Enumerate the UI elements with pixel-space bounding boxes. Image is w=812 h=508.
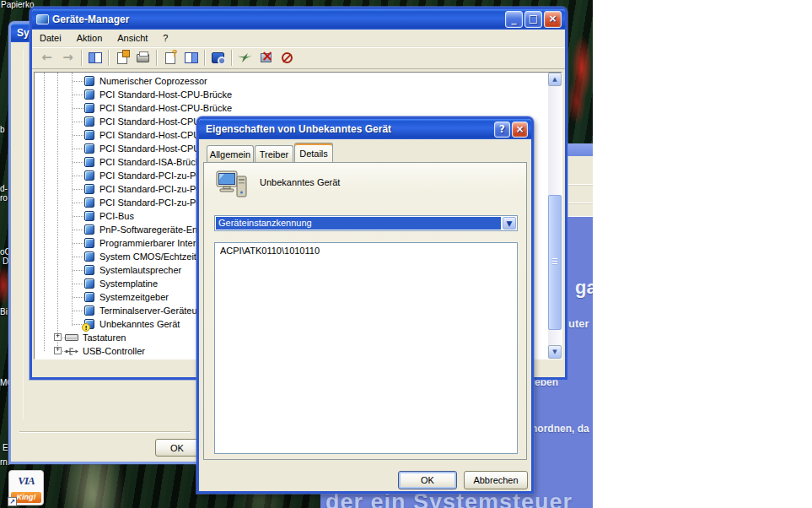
properties-dialog: Eigenschaften von Unbekanntes Gerät ? × … <box>196 116 534 494</box>
device-name-label: Unbekanntes Gerät <box>260 177 340 187</box>
tab-allgemein[interactable]: Allgemein <box>207 145 254 162</box>
show-console-tree-button[interactable] <box>84 49 105 68</box>
tree-item-label: PCI Standard-Host-CPU-Brücke <box>99 101 232 115</box>
help-doc-icon <box>165 52 175 64</box>
disable-button[interactable] <box>277 49 298 68</box>
tree-item-label: PCI Standard-Host-CPU-Brücke <box>99 88 232 101</box>
toolbar-separator <box>156 50 157 66</box>
minimize-button[interactable]: _ <box>505 11 523 28</box>
help-text-fragment: nordnen, da <box>531 423 589 435</box>
tree-item[interactable]: PCI Standard-Host-CPU-Brücke <box>35 101 562 115</box>
device-icon <box>84 103 94 113</box>
device-manager-titlebar[interactable]: Geräte-Manager _ □ × <box>32 9 565 30</box>
via-shortcut-icon[interactable]: VIA King! ↗ <box>8 470 44 505</box>
tree-item-label: Systemzeitgeber <box>99 290 169 304</box>
dialog-titlebar[interactable]: Eigenschaften von Unbekanntes Gerät ? × <box>199 119 531 139</box>
usb-icon <box>65 346 79 359</box>
desktop-label: d- <box>0 184 8 193</box>
close-button[interactable]: × <box>544 11 562 28</box>
properties-button[interactable] <box>111 49 132 68</box>
scroll-down-button[interactable]: ▼ <box>548 345 562 359</box>
ok-button[interactable]: OK <box>398 471 457 489</box>
tab-details[interactable]: Details <box>294 143 333 162</box>
forward-button[interactable]: → <box>57 49 78 68</box>
print-button[interactable] <box>132 49 153 68</box>
tree-item-label: PCI-Bus <box>99 209 134 223</box>
dialog-help-button[interactable]: ? <box>494 122 510 138</box>
menu-datei[interactable]: Datei <box>32 30 69 46</box>
tree-item-label: Numerischer Coprozessor <box>99 74 207 88</box>
via-logo: VIA <box>9 474 43 488</box>
show-details-pane-button[interactable] <box>180 49 202 68</box>
device-icon <box>84 170 94 181</box>
help-button[interactable] <box>159 49 180 68</box>
tree-item-label: USB-Controller <box>83 344 145 358</box>
tree-item-label: Tastaturen <box>83 331 126 344</box>
property-select[interactable]: Geräteinstanzkennung ▼ <box>214 215 518 231</box>
tree-item[interactable]: PCI Standard-Host-CPU-Brücke <box>35 88 562 101</box>
device-icon <box>84 278 94 289</box>
desktop-label: ro <box>0 193 8 203</box>
tree-connector <box>73 203 83 203</box>
properties-icon <box>117 52 127 64</box>
pane-left-icon <box>89 52 102 63</box>
device-icon <box>84 238 94 248</box>
device-icon <box>84 265 94 275</box>
device-icon: ! <box>84 319 94 329</box>
shortcut-arrow-icon: ↗ <box>8 497 17 506</box>
dialog-close-button[interactable]: × <box>512 122 528 138</box>
help-text-fragment: uter <box>568 317 589 330</box>
scroll-thumb[interactable] <box>548 195 562 330</box>
expand-icon[interactable]: + <box>54 333 62 341</box>
tree-connector <box>73 95 83 95</box>
update-driver-button[interactable] <box>207 49 229 68</box>
property-value-item[interactable]: ACPI\ATK0110\1010110 <box>220 246 512 256</box>
chevron-down-icon[interactable]: ▼ <box>503 217 516 230</box>
toolbar-separator <box>108 50 109 66</box>
tree-connector <box>73 149 83 149</box>
screen: Papierko b d- ro oC D Bi MO E rn. VIA Ki… <box>0 0 812 508</box>
desktop-label: E <box>3 443 8 452</box>
cancel-button[interactable]: Abbrechen <box>464 471 528 489</box>
device-icon <box>84 305 94 316</box>
tree-item-label: System CMOS/Echtzeituhr <box>99 250 210 263</box>
tree-connector <box>73 297 83 298</box>
tree-connector <box>73 162 83 163</box>
tree-connector <box>73 270 83 271</box>
device-icon <box>84 211 94 221</box>
back-button[interactable]: ← <box>36 49 57 68</box>
tree-connector <box>73 108 83 109</box>
help-text-fragment: ga <box>575 277 593 299</box>
tab-treiber[interactable]: Treiber <box>255 145 293 162</box>
printer-icon <box>137 54 149 62</box>
toolbar-separator <box>81 50 82 66</box>
disable-icon <box>282 52 293 63</box>
tree-item[interactable]: Numerischer Coprozessor <box>35 74 562 88</box>
divider <box>19 432 191 433</box>
tree-item-label: Unbekanntes Gerät <box>99 317 180 331</box>
tree-connector <box>73 257 83 257</box>
desktop-label: Bi <box>0 307 8 316</box>
expand-icon[interactable]: + <box>54 347 62 354</box>
menubar: Datei Aktion Ansicht ? <box>32 30 565 47</box>
device-icon <box>84 89 94 100</box>
property-value-list[interactable]: ACPI\ATK0110\1010110 <box>214 242 518 454</box>
scan-hardware-icon <box>238 53 252 62</box>
tree-connector <box>73 135 83 136</box>
tree-scrollbar[interactable]: ▲ ▼ <box>548 73 562 359</box>
tree-connector <box>73 284 83 284</box>
device-icon <box>84 157 94 167</box>
device-icon <box>84 197 94 208</box>
menu-help[interactable]: ? <box>155 30 175 46</box>
uninstall-button[interactable] <box>255 49 277 68</box>
scroll-up-button[interactable]: ▲ <box>548 73 562 86</box>
device-icon <box>84 292 94 302</box>
system-properties-ok-button[interactable]: OK <box>155 439 199 457</box>
scan-hardware-changes-button[interactable] <box>234 49 255 68</box>
device-icon <box>84 251 94 262</box>
device-icon <box>84 143 94 154</box>
tree-connector <box>73 81 83 82</box>
menu-ansicht[interactable]: Ansicht <box>110 30 155 46</box>
maximize-button[interactable]: □ <box>524 11 542 28</box>
menu-aktion[interactable]: Aktion <box>69 30 110 46</box>
